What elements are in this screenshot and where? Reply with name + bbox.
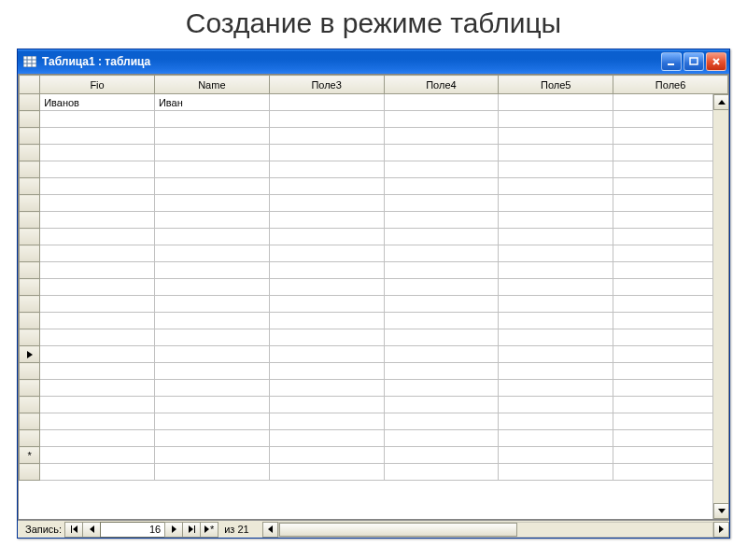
cell[interactable] [40,397,155,413]
cell[interactable] [499,313,613,329]
cell[interactable] [499,346,613,363]
cell[interactable] [154,262,269,279]
record-number-input[interactable] [100,522,165,538]
cell[interactable] [613,161,728,178]
cell[interactable] [154,178,269,195]
cell[interactable] [384,262,499,279]
cell[interactable] [269,397,384,413]
column-header[interactable]: Поле4 [384,76,499,94]
row-selector[interactable]: * [20,447,40,464]
cell[interactable] [269,229,384,245]
table-row[interactable] [20,346,728,363]
cell[interactable] [40,245,155,262]
cell[interactable] [499,464,613,481]
cell[interactable] [154,212,269,229]
cell[interactable] [40,363,155,380]
cell[interactable] [269,296,384,313]
vertical-scrollbar[interactable] [712,94,728,519]
next-record-button[interactable] [164,522,183,538]
row-selector[interactable] [20,413,40,430]
cell[interactable] [613,195,728,212]
table-row[interactable] [20,430,728,447]
cell[interactable] [499,161,613,178]
table-row[interactable] [20,380,728,397]
row-selector[interactable] [20,313,40,329]
cell[interactable] [613,128,728,145]
cell[interactable] [154,430,269,447]
row-selector[interactable] [20,128,40,145]
cell[interactable] [40,128,155,145]
cell[interactable] [154,380,269,397]
cell[interactable] [40,430,155,447]
cell[interactable] [499,94,613,111]
cell[interactable] [269,380,384,397]
cell[interactable] [613,413,728,430]
cell[interactable] [613,447,728,464]
table-row[interactable] [20,178,728,195]
cell[interactable] [40,212,155,229]
cell[interactable] [384,397,499,413]
column-header[interactable]: Fio [40,76,155,94]
cell[interactable] [154,229,269,245]
cell[interactable] [613,279,728,296]
cell[interactable] [269,262,384,279]
cell[interactable] [40,296,155,313]
cell[interactable] [269,313,384,329]
cell[interactable] [384,128,499,145]
cell[interactable] [40,262,155,279]
column-header[interactable]: Поле3 [269,76,384,94]
cell[interactable] [269,245,384,262]
table-row[interactable] [20,229,728,245]
cell[interactable] [269,413,384,430]
cell[interactable] [613,346,728,363]
cell[interactable] [269,145,384,161]
cell[interactable] [40,178,155,195]
cell[interactable] [613,94,728,111]
cell[interactable]: Иван [154,94,269,111]
table-row[interactable] [20,145,728,161]
cell[interactable] [269,430,384,447]
table-row[interactable] [20,245,728,262]
scroll-up-button[interactable] [713,94,729,110]
cell[interactable] [384,380,499,397]
cell[interactable] [40,111,155,128]
row-selector[interactable] [20,94,40,111]
table-row[interactable] [20,128,728,145]
cell[interactable] [613,145,728,161]
table-row[interactable] [20,296,728,313]
cell[interactable] [384,145,499,161]
cell[interactable] [613,464,728,481]
column-header[interactable]: Поле5 [499,76,613,94]
cell[interactable] [154,296,269,313]
cell[interactable] [499,296,613,313]
cell[interactable] [384,296,499,313]
cell[interactable] [384,178,499,195]
cell[interactable] [384,229,499,245]
row-selector[interactable] [20,363,40,380]
table-row[interactable] [20,262,728,279]
cell[interactable] [613,296,728,313]
cell[interactable] [499,413,613,430]
cell[interactable] [40,329,155,346]
cell[interactable] [154,464,269,481]
cell[interactable] [40,313,155,329]
cell[interactable] [154,145,269,161]
cell[interactable] [154,397,269,413]
cell[interactable] [499,178,613,195]
cell[interactable] [613,313,728,329]
cell[interactable] [269,447,384,464]
titlebar[interactable]: Таблица1 : таблица [18,49,729,74]
cell[interactable] [154,413,269,430]
row-selector[interactable] [20,296,40,313]
scroll-right-button[interactable] [713,522,729,538]
cell[interactable] [384,212,499,229]
table-row[interactable] [20,313,728,329]
column-header[interactable]: Name [154,76,269,94]
cell[interactable] [384,447,499,464]
column-header[interactable]: Поле6 [613,76,728,94]
cell[interactable] [384,464,499,481]
row-selector[interactable] [20,279,40,296]
cell[interactable] [269,111,384,128]
cell[interactable] [269,464,384,481]
row-selector[interactable] [20,212,40,229]
